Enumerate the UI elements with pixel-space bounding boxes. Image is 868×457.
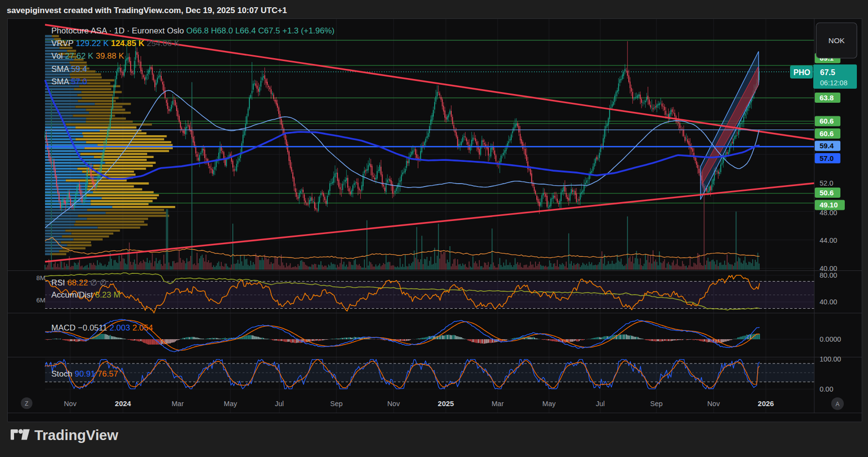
svg-text:Mar: Mar xyxy=(492,400,504,408)
svg-text:2025: 2025 xyxy=(438,399,454,408)
svg-text:60.6: 60.6 xyxy=(820,129,834,138)
svg-text:Stoch 90.91 76.57: Stoch 90.91 76.57 xyxy=(51,369,118,378)
svg-text:44.00: 44.00 xyxy=(820,236,837,244)
svg-text:0.0000: 0.0000 xyxy=(820,335,841,343)
svg-text:Photocure ASA · 1D · Euronext: Photocure ASA · 1D · Euronext Oslo O66.8… xyxy=(51,26,335,35)
svg-text:0.00: 0.00 xyxy=(820,385,833,393)
svg-text:SMA 57.0: SMA 57.0 xyxy=(51,77,87,86)
svg-text:06:12:08: 06:12:08 xyxy=(820,79,847,87)
svg-text:8M: 8M xyxy=(36,274,46,282)
svg-text:100.00: 100.00 xyxy=(820,355,841,363)
svg-text:Mar: Mar xyxy=(172,400,184,408)
svg-text:savepiginvest created with Tra: savepiginvest created with TradingView.c… xyxy=(7,6,287,15)
svg-text:67.5: 67.5 xyxy=(820,68,835,77)
svg-text:59.4: 59.4 xyxy=(820,142,834,150)
svg-text:NOK: NOK xyxy=(828,36,845,45)
svg-text:May: May xyxy=(224,400,237,408)
svg-text:Z: Z xyxy=(25,400,28,407)
svg-text:57.0: 57.0 xyxy=(820,154,834,162)
svg-text:Jul: Jul xyxy=(275,400,284,408)
svg-text:Vol 27.62 K 39.88 K: Vol 27.62 K 39.88 K xyxy=(51,51,124,61)
svg-text:SMA 59.4: SMA 59.4 xyxy=(51,64,87,74)
svg-text:May: May xyxy=(542,400,556,408)
svg-text:Nov: Nov xyxy=(64,400,77,408)
svg-text:Sep: Sep xyxy=(330,400,343,408)
svg-text:PHO: PHO xyxy=(793,68,810,77)
svg-text:80.00: 80.00 xyxy=(820,271,837,279)
svg-text:RSI 68.22 ∅ ∅: RSI 68.22 ∅ ∅ xyxy=(51,278,107,287)
svg-text:Sep: Sep xyxy=(650,400,663,408)
svg-text:VRVP 129.22 K 124.85 K 254.: VRVP 129.22 K 124.85 K 254.06 K xyxy=(51,39,180,48)
svg-text:50.6: 50.6 xyxy=(820,189,834,197)
svg-text:Accum/Dist 5.23 M: Accum/Dist 5.23 M xyxy=(51,290,121,299)
svg-text:MACD −0.0511 2.003 2.054: MACD −0.0511 2.003 2.054 xyxy=(51,323,153,332)
svg-text:40.00: 40.00 xyxy=(820,298,837,306)
svg-text:49.10: 49.10 xyxy=(820,201,838,209)
svg-text:Nov: Nov xyxy=(387,400,400,408)
svg-text:63.8: 63.8 xyxy=(820,94,834,102)
svg-text:6M: 6M xyxy=(36,297,46,304)
svg-text:2024: 2024 xyxy=(115,399,131,408)
svg-text:2026: 2026 xyxy=(758,399,774,408)
svg-text:Nov: Nov xyxy=(707,400,720,408)
svg-text:A: A xyxy=(836,401,839,408)
svg-text:52.0: 52.0 xyxy=(820,179,833,187)
svg-text:TradingView: TradingView xyxy=(34,427,118,443)
svg-text:60.6: 60.6 xyxy=(820,117,834,125)
svg-text:Jul: Jul xyxy=(596,400,605,408)
